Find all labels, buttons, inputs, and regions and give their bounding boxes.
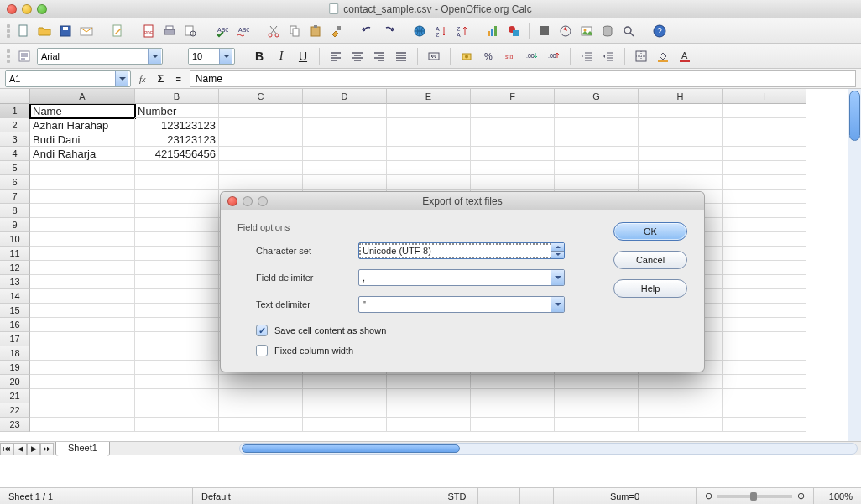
borders-button[interactable] bbox=[632, 47, 650, 65]
percent-button[interactable]: % bbox=[479, 47, 498, 65]
cell[interactable] bbox=[723, 218, 806, 232]
row-header[interactable]: 9 bbox=[0, 218, 30, 232]
cell[interactable] bbox=[30, 175, 135, 190]
window-minimize-button[interactable] bbox=[22, 4, 32, 14]
save-as-shown-checkbox[interactable] bbox=[256, 325, 268, 336]
cell[interactable] bbox=[303, 175, 387, 190]
cell[interactable] bbox=[723, 175, 806, 190]
cell[interactable] bbox=[471, 418, 555, 432]
cell[interactable] bbox=[30, 247, 135, 261]
save-button[interactable] bbox=[56, 22, 75, 40]
cell[interactable] bbox=[387, 375, 471, 389]
cell[interactable] bbox=[555, 175, 639, 190]
chevron-down-icon[interactable] bbox=[551, 270, 564, 285]
cell[interactable] bbox=[723, 232, 806, 247]
vertical-scrollbar[interactable] bbox=[848, 89, 861, 441]
column-header[interactable]: A bbox=[30, 89, 135, 104]
export-pdf-button[interactable]: PDF bbox=[139, 22, 158, 40]
cell[interactable] bbox=[135, 332, 219, 346]
row-header[interactable]: 15 bbox=[0, 304, 30, 318]
cell[interactable] bbox=[303, 147, 387, 161]
bold-button[interactable]: B bbox=[250, 47, 269, 65]
standard-format-button[interactable]: std bbox=[501, 47, 519, 65]
function-button[interactable]: = bbox=[172, 74, 184, 84]
row-header[interactable]: 19 bbox=[0, 361, 30, 375]
cell[interactable] bbox=[723, 389, 806, 403]
cell[interactable] bbox=[723, 289, 806, 304]
redo-button[interactable] bbox=[379, 22, 398, 40]
cell[interactable] bbox=[30, 190, 135, 204]
cell[interactable] bbox=[219, 375, 303, 389]
cell[interactable] bbox=[471, 175, 555, 190]
cell[interactable] bbox=[135, 375, 219, 389]
cell[interactable] bbox=[723, 161, 806, 175]
row-header[interactable]: 5 bbox=[0, 161, 30, 175]
row-header[interactable]: 13 bbox=[0, 275, 30, 289]
cell[interactable] bbox=[135, 389, 219, 403]
cell[interactable] bbox=[387, 104, 471, 118]
align-justify-button[interactable] bbox=[392, 47, 410, 65]
cell[interactable] bbox=[303, 161, 387, 175]
cell[interactable] bbox=[723, 275, 806, 289]
font-name-combo[interactable] bbox=[37, 48, 163, 65]
status-insert-mode[interactable]: STD bbox=[436, 488, 478, 504]
row-header[interactable]: 23 bbox=[0, 418, 30, 432]
cell[interactable] bbox=[135, 346, 219, 361]
cell[interactable] bbox=[639, 147, 723, 161]
cell[interactable] bbox=[30, 403, 135, 418]
cell[interactable]: Name bbox=[30, 104, 135, 118]
cell[interactable] bbox=[303, 118, 387, 132]
cell[interactable] bbox=[135, 275, 219, 289]
cell[interactable] bbox=[30, 161, 135, 175]
dialog-titlebar[interactable]: Export of text files bbox=[221, 192, 704, 210]
cell[interactable] bbox=[387, 147, 471, 161]
align-right-button[interactable] bbox=[370, 47, 389, 65]
cell[interactable] bbox=[723, 190, 806, 204]
cell[interactable] bbox=[639, 403, 723, 418]
help-button[interactable]: ? bbox=[650, 22, 669, 40]
row-header[interactable]: 2 bbox=[0, 118, 30, 132]
row-header[interactable]: 7 bbox=[0, 190, 30, 204]
horizontal-scrollbar[interactable] bbox=[239, 443, 858, 455]
column-header[interactable]: I bbox=[723, 89, 806, 104]
cell[interactable]: 123123123 bbox=[135, 118, 219, 132]
cell[interactable]: Andi Raharja bbox=[30, 147, 135, 161]
navigator-button[interactable] bbox=[556, 22, 575, 40]
gallery-button[interactable] bbox=[577, 22, 596, 40]
cell[interactable] bbox=[387, 132, 471, 147]
cell[interactable] bbox=[135, 247, 219, 261]
cell[interactable] bbox=[723, 418, 806, 432]
cell[interactable] bbox=[135, 361, 219, 375]
find-button[interactable] bbox=[535, 22, 554, 40]
cell[interactable] bbox=[219, 175, 303, 190]
background-color-button[interactable] bbox=[654, 47, 672, 65]
cell[interactable] bbox=[135, 161, 219, 175]
column-header[interactable]: F bbox=[471, 89, 555, 104]
toolbar-grip[interactable] bbox=[5, 49, 12, 63]
cell[interactable] bbox=[723, 318, 806, 332]
align-left-button[interactable] bbox=[326, 47, 345, 65]
cell[interactable] bbox=[723, 375, 806, 389]
cell[interactable] bbox=[387, 389, 471, 403]
cell[interactable] bbox=[135, 190, 219, 204]
cell[interactable] bbox=[387, 161, 471, 175]
column-header[interactable]: H bbox=[639, 89, 723, 104]
column-header[interactable]: B bbox=[135, 89, 219, 104]
cell[interactable] bbox=[555, 389, 639, 403]
row-headers[interactable]: 1234567891011121314151617181920212223 bbox=[0, 104, 30, 441]
cell[interactable] bbox=[471, 161, 555, 175]
hyperlink-button[interactable] bbox=[410, 22, 429, 40]
text-delimiter-combo[interactable]: " bbox=[358, 296, 565, 313]
cell[interactable]: Budi Dani bbox=[30, 132, 135, 147]
column-header[interactable]: G bbox=[555, 89, 639, 104]
sheet-tab[interactable]: Sheet1 bbox=[55, 442, 110, 456]
datasources-button[interactable] bbox=[598, 22, 617, 40]
cell[interactable] bbox=[219, 104, 303, 118]
print-preview-button[interactable] bbox=[181, 22, 200, 40]
cell[interactable] bbox=[135, 232, 219, 247]
column-header[interactable]: E bbox=[387, 89, 471, 104]
first-sheet-button[interactable]: ⏮ bbox=[0, 443, 13, 455]
edit-doc-button[interactable] bbox=[108, 22, 127, 40]
scrollbar-thumb[interactable] bbox=[849, 91, 860, 141]
cell[interactable] bbox=[555, 403, 639, 418]
